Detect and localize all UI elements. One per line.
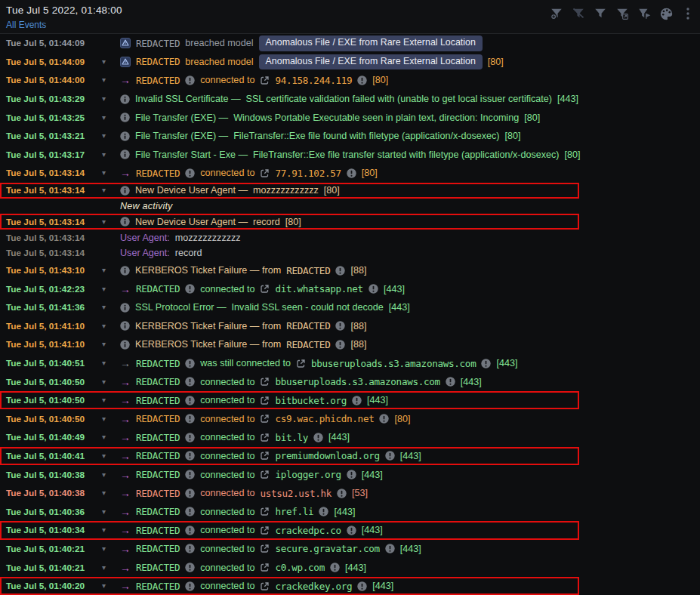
chevron-down-icon[interactable]: ▾ xyxy=(102,452,106,460)
entity-name[interactable]: REDACTED xyxy=(136,543,180,554)
event-row[interactable]: Tue Jul 5, 01:40:38▾→REDACTEDconnected t… xyxy=(0,484,700,503)
alert-icon[interactable] xyxy=(185,359,195,368)
chevron-down-icon[interactable]: ▾ xyxy=(102,114,106,122)
alert-icon[interactable] xyxy=(347,168,356,178)
external-link-icon[interactable] xyxy=(260,284,270,294)
external-link-icon[interactable] xyxy=(260,526,270,535)
chevron-down-icon[interactable]: ▾ xyxy=(102,267,106,274)
alert-icon[interactable] xyxy=(185,377,195,387)
alert-icon[interactable] xyxy=(369,284,378,294)
filter-external-icon[interactable] xyxy=(615,6,630,21)
external-link-icon[interactable] xyxy=(260,507,270,516)
info-icon[interactable] xyxy=(120,186,130,196)
entity-name[interactable]: REDACTED xyxy=(286,265,330,276)
entity-name[interactable]: secure.gravatar.com xyxy=(275,543,379,554)
entity-name[interactable]: bbuseruploads.s3.amazonaws.com xyxy=(311,358,476,369)
external-link-icon[interactable] xyxy=(260,76,270,85)
chevron-down-icon[interactable]: ▾ xyxy=(102,187,106,194)
alert-icon[interactable] xyxy=(185,451,195,461)
external-link-icon[interactable] xyxy=(260,396,270,405)
filter-icon[interactable] xyxy=(593,6,608,21)
event-row[interactable]: Tue Jul 5, 01:40:34▾→REDACTEDconnected t… xyxy=(0,521,700,540)
alert-icon[interactable] xyxy=(185,284,195,294)
entity-name[interactable]: iplogger.org xyxy=(275,469,341,480)
alert-icon[interactable] xyxy=(185,396,195,405)
entity-name[interactable]: REDACTED xyxy=(286,339,330,350)
info-icon[interactable] xyxy=(120,217,130,227)
chevron-down-icon[interactable]: ▾ xyxy=(102,378,106,386)
alert-icon[interactable] xyxy=(185,414,195,424)
info-icon[interactable] xyxy=(120,340,130,350)
event-row[interactable]: Tue Jul 5, 01:43:29▾Invalid SSL Certific… xyxy=(0,90,700,109)
alert-icon[interactable] xyxy=(185,168,195,178)
entity-name[interactable]: REDACTED xyxy=(136,525,180,536)
alert-icon[interactable] xyxy=(313,433,323,442)
entity-name[interactable]: REDACTED xyxy=(136,56,180,67)
alert-icon[interactable] xyxy=(185,526,195,535)
event-row[interactable]: Tue Jul 5, 01:41:36▾SSL Protocol Error —… xyxy=(0,298,700,317)
chevron-down-icon[interactable]: ▾ xyxy=(102,132,106,140)
event-row[interactable]: Tue Jul 5, 01:40:36▾→REDACTEDconnected t… xyxy=(0,502,700,521)
model-breach-pill[interactable]: Anomalous File / EXE from Rare External … xyxy=(259,35,483,51)
alert-icon[interactable] xyxy=(185,507,195,516)
event-row[interactable]: Tue Jul 5, 01:40:21▾→REDACTEDconnected t… xyxy=(0,558,700,577)
alert-icon[interactable] xyxy=(337,489,347,498)
external-link-icon[interactable] xyxy=(260,168,270,178)
entity-name[interactable]: REDACTED xyxy=(136,469,180,480)
event-row[interactable]: Tue Jul 5, 01:40:21▾→REDACTEDconnected t… xyxy=(0,540,700,559)
filter-clear-icon[interactable] xyxy=(571,6,586,21)
alert-icon[interactable] xyxy=(481,359,491,368)
entity-name[interactable]: 77.91.102.57 xyxy=(275,168,341,179)
alert-icon[interactable] xyxy=(357,581,367,591)
entity-name[interactable]: REDACTED xyxy=(136,506,180,517)
filter-flag-icon[interactable] xyxy=(637,6,652,21)
entity-name[interactable]: REDACTED xyxy=(136,581,180,592)
info-icon[interactable] xyxy=(120,266,130,276)
all-events-filter-link[interactable]: All Events xyxy=(6,20,46,30)
alert-icon[interactable] xyxy=(352,396,362,405)
alert-icon[interactable] xyxy=(185,563,195,572)
alert-icon[interactable] xyxy=(185,489,195,498)
entity-name[interactable]: cs9.wac.phicdn.net xyxy=(275,413,374,424)
info-icon[interactable] xyxy=(120,150,130,159)
external-link-icon[interactable] xyxy=(260,544,270,553)
entity-name[interactable]: REDACTED xyxy=(136,38,180,49)
entity-name[interactable]: REDACTED xyxy=(136,75,180,86)
entity-name[interactable]: dit.whatsapp.net xyxy=(275,283,363,294)
entity-name[interactable]: bitbucket.org xyxy=(275,395,347,406)
alert-icon[interactable] xyxy=(185,76,195,85)
chevron-down-icon[interactable]: ▾ xyxy=(102,169,106,177)
alert-icon[interactable] xyxy=(185,581,195,591)
event-row[interactable]: Tue Jul 5, 01:43:14▾New Device User Agen… xyxy=(0,214,700,230)
info-icon[interactable] xyxy=(120,131,130,141)
event-row[interactable]: Tue Jul 5, 01:40:20▾→REDACTEDconnected t… xyxy=(0,577,700,595)
entity-name[interactable]: premiumdownload.org xyxy=(275,450,379,461)
entity-name[interactable]: 94.158.244.119 xyxy=(275,75,352,86)
chevron-down-icon[interactable]: ▾ xyxy=(102,76,106,84)
alert-icon[interactable] xyxy=(347,526,356,535)
alert-icon[interactable] xyxy=(319,507,328,516)
event-row[interactable]: Tue Jul 5, 01:43:14▾New Device User Agen… xyxy=(0,183,700,199)
event-row[interactable]: Tue Jul 5, 01:40:49▾→REDACTEDconnected t… xyxy=(0,428,700,447)
chevron-down-icon[interactable]: ▾ xyxy=(102,304,106,311)
entity-name[interactable]: REDACTED xyxy=(136,450,180,461)
chevron-down-icon[interactable]: ▾ xyxy=(102,341,106,348)
event-row[interactable]: Tue Jul 5, 01:44:09REDACTEDbreached mode… xyxy=(0,34,700,53)
entity-name[interactable]: crackedkey.org xyxy=(275,581,352,592)
alert-icon[interactable] xyxy=(185,433,195,442)
event-row[interactable]: Tue Jul 5, 01:43:21▾File Transfer (EXE) … xyxy=(0,127,700,146)
event-row[interactable]: Tue Jul 5, 01:44:09▾REDACTEDbreached mod… xyxy=(0,53,700,72)
entity-name[interactable]: ustsu2.ust.hk xyxy=(260,488,331,499)
info-icon[interactable] xyxy=(120,94,130,104)
chevron-down-icon[interactable]: ▾ xyxy=(102,359,106,367)
chevron-down-icon[interactable]: ▾ xyxy=(102,489,106,497)
entity-name[interactable]: REDACTED xyxy=(136,432,180,443)
alert-icon[interactable] xyxy=(330,563,340,572)
external-link-icon[interactable] xyxy=(260,433,270,442)
entity-name[interactable]: REDACTED xyxy=(136,283,180,294)
chevron-down-icon[interactable]: ▾ xyxy=(102,471,106,479)
entity-name[interactable]: REDACTED xyxy=(136,395,180,406)
filter-add-icon[interactable] xyxy=(549,6,564,21)
chevron-down-icon[interactable]: ▾ xyxy=(102,415,106,423)
entity-name[interactable]: href.li xyxy=(275,506,313,517)
